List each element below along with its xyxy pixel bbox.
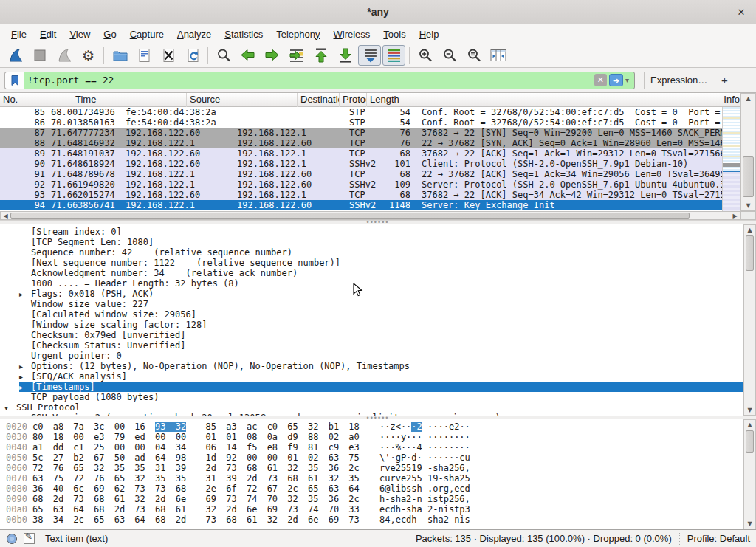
menu-item[interactable]: Wireless (327, 27, 377, 42)
zoom-out-button[interactable] (438, 45, 461, 66)
hex-row[interactable]: 008036 40 6c 69 62 73 73 68 2e 6f 72 67 … (0, 484, 743, 494)
zoom-in-button[interactable] (413, 45, 436, 66)
menu-item[interactable]: Edit (33, 27, 63, 42)
packet-list-minimap[interactable] (722, 107, 740, 211)
hex-vscrollbar[interactable]: ▲ ▼ (743, 419, 756, 529)
scroll-thumb[interactable] (10, 213, 690, 219)
detail-line[interactable]: TCP payload (1080 bytes) (0, 392, 743, 402)
go-to-first-button[interactable] (309, 45, 332, 66)
menu-item[interactable]: Go (97, 27, 123, 42)
scroll-thumb[interactable] (746, 430, 754, 453)
packet-row[interactable]: 8971.648191037192.168.122.60192.168.122.… (0, 148, 722, 159)
column-header[interactable]: Protocol (340, 93, 367, 107)
hex-row[interactable]: 00505c 27 b2 67 50 ad 64 98 1d 92 00 00 … (0, 453, 743, 463)
hex-row[interactable]: 00a065 63 64 68 2d 73 68 61 32 2d 6e 69 … (0, 504, 743, 515)
menu-item[interactable]: Statistics (218, 27, 269, 42)
detail-line[interactable]: Window size value: 227 (0, 299, 743, 309)
title-bar[interactable]: *any ✕ (0, 0, 756, 24)
detail-line[interactable]: ▾SSH Protocol (0, 402, 743, 413)
hex-row[interactable]: 0040a1 dd c1 25 00 00 04 34 06 14 f5 e8 … (0, 442, 743, 453)
packet-row[interactable]: 8670.013850163fe:54:00:d4:38:2aSTP54Conf… (0, 117, 722, 128)
scroll-up-icon[interactable]: ▲ (744, 420, 755, 430)
packet-row[interactable]: 8771.647777234192.168.122.60192.168.122.… (0, 128, 722, 138)
colorize-toggle[interactable] (382, 45, 405, 66)
detail-line[interactable]: 1000 .... = Header Length: 32 bytes (8) (0, 278, 743, 289)
column-header[interactable]: Info (721, 93, 740, 107)
go-back-button[interactable] (236, 45, 259, 66)
filter-dropdown-icon[interactable]: ▾ (623, 76, 631, 84)
close-file-button[interactable] (157, 45, 179, 66)
filter-bookmark-button[interactable] (4, 72, 24, 89)
packet-row[interactable]: 9471.663856741192.168.122.1192.168.122.6… (0, 200, 722, 210)
detail-line[interactable]: [Calculated window size: 29056] (0, 309, 743, 320)
menu-item[interactable]: Analyze (171, 27, 218, 42)
column-header[interactable]: Time (72, 93, 187, 107)
save-file-button[interactable] (132, 45, 155, 66)
stop-capture-button[interactable] (28, 45, 51, 66)
column-header[interactable]: No. (0, 93, 72, 107)
detail-line[interactable]: Checksum: 0x79ed [unverified] (0, 330, 743, 340)
filter-add-button[interactable]: + (716, 74, 732, 86)
packet-row[interactable]: 8568.001734936fe:54:00:d4:38:2aSTP54Conf… (0, 107, 722, 117)
detail-line[interactable]: [Window size scaling factor: 128] (0, 320, 743, 330)
hex-row[interactable]: 009068 2d 73 68 61 32 2d 6e 69 73 74 70 … (0, 494, 743, 504)
details-vscrollbar[interactable]: ▲ ▼ (743, 224, 756, 416)
start-capture-button[interactable] (4, 45, 27, 66)
capture-comment-icon[interactable] (24, 533, 35, 544)
scroll-down-icon[interactable]: ▼ (741, 201, 755, 210)
column-header[interactable]: Destination (298, 93, 340, 107)
filter-clear-button[interactable]: ✕ (594, 74, 607, 86)
expand-arrow-icon[interactable]: ▸ (19, 362, 31, 371)
detail-line[interactable]: ▸Options: (12 bytes), No-Operation (NOP)… (0, 361, 743, 371)
scroll-up-icon[interactable]: ▲ (741, 94, 755, 103)
expand-arrow-icon[interactable]: ▸ (19, 372, 31, 382)
go-forward-button[interactable] (261, 45, 284, 66)
go-to-last-button[interactable] (334, 45, 357, 66)
hex-row[interactable]: 006072 76 65 32 35 35 31 39 2d 73 68 61 … (0, 463, 743, 473)
detail-line[interactable]: [Checksum Status: Unverified] (0, 340, 743, 351)
menu-item[interactable]: Help (413, 27, 446, 42)
expand-arrow-icon[interactable]: ▾ (4, 403, 16, 413)
detail-line[interactable]: ▸Flags: 0x018 (PSH, ACK) (0, 289, 743, 299)
scroll-thumb[interactable] (743, 156, 754, 197)
detail-line[interactable]: Urgent pointer: 0 (0, 351, 743, 361)
menu-item[interactable]: Capture (123, 27, 171, 42)
expert-info-icon[interactable] (6, 533, 18, 545)
scroll-down-icon[interactable]: ▼ (744, 405, 755, 415)
packet-row[interactable]: 9371.662015274192.168.122.60192.168.122.… (0, 190, 722, 200)
hex-row[interactable]: 003080 18 00 e3 79 ed 00 00 01 01 08 0a … (0, 432, 743, 442)
expand-arrow-icon[interactable]: ▸ (19, 382, 31, 392)
detail-line[interactable]: Sequence number: 42 (relative sequence n… (0, 247, 743, 258)
restart-capture-button[interactable] (52, 45, 75, 66)
resize-columns-button[interactable] (487, 45, 509, 66)
packet-row[interactable]: 8871.648146932192.168.122.1192.168.122.6… (0, 138, 722, 148)
expression-button[interactable]: Expression… (644, 72, 713, 89)
hex-row[interactable]: 00b038 34 2c 65 63 64 68 2d 73 68 61 32 … (0, 515, 743, 525)
menu-item[interactable]: File (4, 27, 33, 42)
menu-item[interactable]: Telephony (269, 27, 326, 42)
profile-status[interactable]: Profile: Default (687, 533, 750, 544)
open-file-button[interactable] (108, 45, 131, 66)
zoom-reset-button[interactable] (462, 45, 485, 66)
detail-line[interactable]: [Next sequence number: 1122 (relative se… (0, 258, 743, 268)
capture-options-button[interactable]: ⚙ (77, 45, 100, 66)
display-filter-input[interactable]: !tcp.port == 22 ✕ ➜ ▾ (24, 72, 635, 89)
menu-item[interactable]: Tools (377, 27, 412, 42)
detail-line[interactable]: Acknowledgment number: 34 (relative ack … (0, 268, 743, 278)
scroll-up-icon[interactable]: ▲ (744, 225, 755, 235)
scroll-down-icon[interactable]: ▼ (744, 519, 755, 529)
column-header[interactable]: Source (187, 93, 298, 107)
packet-row[interactable]: 9171.648789678192.168.122.1192.168.122.6… (0, 169, 722, 179)
packet-row[interactable]: 9071.648618924192.168.122.60192.168.122.… (0, 159, 722, 169)
packet-row[interactable]: 9271.661949820192.168.122.1192.168.122.6… (0, 179, 722, 190)
scroll-right-icon[interactable]: ▶ (730, 212, 740, 219)
find-packet-button[interactable] (212, 45, 235, 66)
menu-item[interactable]: View (63, 27, 97, 42)
packet-list-vscrollbar[interactable]: ▲ ▼ (740, 93, 756, 211)
close-icon[interactable]: ✕ (734, 5, 749, 20)
expand-arrow-icon[interactable]: ▸ (19, 289, 31, 299)
scroll-thumb[interactable] (746, 235, 754, 271)
detail-line[interactable]: ▸[SEQ/ACK analysis] (0, 371, 743, 382)
scroll-left-icon[interactable]: ◀ (1, 212, 10, 219)
reload-file-button[interactable] (181, 45, 204, 66)
